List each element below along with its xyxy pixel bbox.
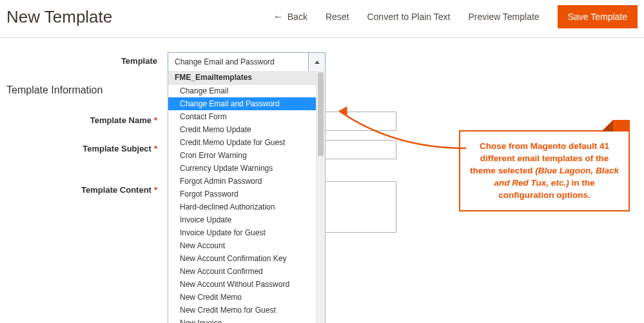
dropdown-item[interactable]: New Account: [168, 239, 325, 252]
dropdown-item[interactable]: Change Email: [168, 84, 325, 97]
dropdown-item[interactable]: Credit Memo Update for Guest: [168, 136, 325, 149]
reset-label: Reset: [326, 12, 349, 22]
header-actions: ← Back Reset Convert to Plain Text Previ…: [273, 5, 638, 28]
dropdown-item[interactable]: New Account Without Password: [168, 278, 325, 291]
convert-label: Convert to Plain Text: [367, 12, 450, 22]
dropdown-item[interactable]: Contact Form: [168, 110, 325, 123]
dropdown-item[interactable]: New Credit Memo: [168, 291, 325, 304]
template-label: Template: [6, 52, 168, 66]
reset-button[interactable]: Reset: [326, 12, 349, 22]
callout-fold-icon: [601, 120, 613, 132]
dropdown-item[interactable]: New Invoice: [168, 317, 325, 323]
template-select[interactable]: Change Email and Password FME_Emailtempl…: [168, 52, 326, 72]
dropdown-item[interactable]: Forgot Admin Password: [168, 175, 325, 188]
preview-label: Preview Template: [468, 12, 539, 22]
dropdown-item[interactable]: New Account Confirmation Key: [168, 252, 325, 265]
dropdown-item[interactable]: Cron Error Warning: [168, 149, 325, 162]
dropdown-item[interactable]: Invoice Update: [168, 213, 325, 226]
template-row: Template Change Email and Password FME_E…: [6, 52, 638, 72]
template-select-display[interactable]: Change Email and Password: [168, 52, 326, 72]
name-label: Template Name*: [6, 112, 168, 125]
back-arrow-icon: ←: [273, 12, 284, 22]
dropdown-item[interactable]: Change Email and Password: [168, 97, 325, 110]
back-label: Back: [288, 12, 307, 22]
dropdown-item[interactable]: New Credit Memo for Guest: [168, 304, 325, 317]
required-asterisk: *: [154, 185, 157, 195]
dropdown-item[interactable]: Invoice Update for Guest: [168, 226, 325, 239]
chevron-up-icon: [315, 61, 320, 64]
callout-corner-icon: [613, 120, 630, 132]
preview-button[interactable]: Preview Template: [468, 12, 539, 22]
dropdown-scrollbar-thumb[interactable]: [318, 72, 324, 156]
save-button[interactable]: Save Template: [558, 5, 638, 28]
template-field: Change Email and Password FME_Emailtempl…: [168, 52, 638, 72]
dropdown-item[interactable]: Forgot Password: [168, 188, 325, 201]
dropdown-group-header: FME_Emailtemplates: [168, 71, 325, 84]
template-select-value: Change Email and Password: [168, 53, 308, 71]
subject-label-text: Template Subject: [83, 144, 151, 153]
template-select-toggle[interactable]: [308, 53, 325, 71]
page-title: New Template: [6, 7, 112, 27]
template-dropdown[interactable]: FME_Emailtemplates Change EmailChange Em…: [168, 71, 326, 323]
dropdown-item[interactable]: Currency Update Warnings: [168, 162, 325, 175]
back-button[interactable]: ← Back: [273, 12, 307, 22]
content-label-text: Template Content: [81, 185, 151, 195]
dropdown-item[interactable]: Hard-declined Authorization: [168, 201, 325, 213]
convert-button[interactable]: Convert to Plain Text: [367, 12, 450, 22]
dropdown-scrollbar[interactable]: [316, 71, 325, 323]
subject-label: Template Subject*: [6, 140, 168, 153]
dropdown-item[interactable]: New Account Confirmed: [168, 265, 325, 278]
page-header: New Template ← Back Reset Convert to Pla…: [0, 0, 644, 38]
annotation-callout: Chose from Magento default 41 different …: [459, 130, 630, 211]
dropdown-item[interactable]: Credit Memo Update: [168, 123, 325, 136]
name-label-text: Template Name: [90, 115, 151, 125]
required-asterisk: *: [154, 144, 157, 153]
required-asterisk: *: [154, 115, 157, 125]
content-label: Template Content*: [6, 181, 168, 195]
